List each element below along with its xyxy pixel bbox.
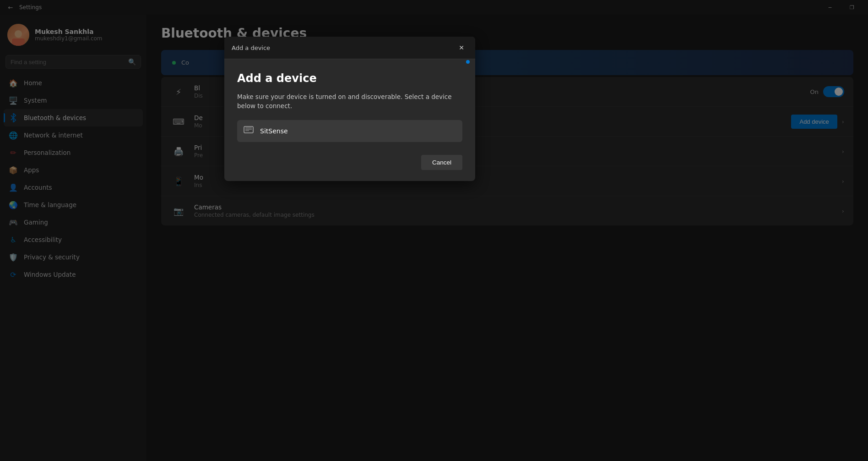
cancel-button[interactable]: Cancel: [421, 155, 462, 170]
dialog-close-button[interactable]: ✕: [455, 41, 468, 54]
svg-rect-0: [244, 126, 253, 133]
add-device-dialog: Add a device ✕ Add a device Make sure yo…: [224, 37, 475, 181]
device-list: SitSense: [237, 120, 462, 142]
dialog-title-text: Add a device: [232, 44, 270, 51]
dialog-blue-dot: [466, 60, 470, 64]
dialog-description: Make sure your device is turned on and d…: [237, 92, 462, 111]
dialog-footer: Cancel: [224, 155, 475, 181]
device-icon-sitsense: [244, 126, 254, 137]
device-name-sitsense: SitSense: [260, 127, 288, 135]
dialog-body: Add a device Make sure your device is tu…: [224, 59, 475, 155]
device-item-sitsense[interactable]: SitSense: [237, 120, 462, 142]
overlay-backdrop[interactable]: Add a device ✕ Add a device Make sure yo…: [0, 0, 868, 461]
dialog-titlebar: Add a device ✕: [224, 37, 475, 59]
dialog-heading: Add a device: [237, 72, 462, 85]
